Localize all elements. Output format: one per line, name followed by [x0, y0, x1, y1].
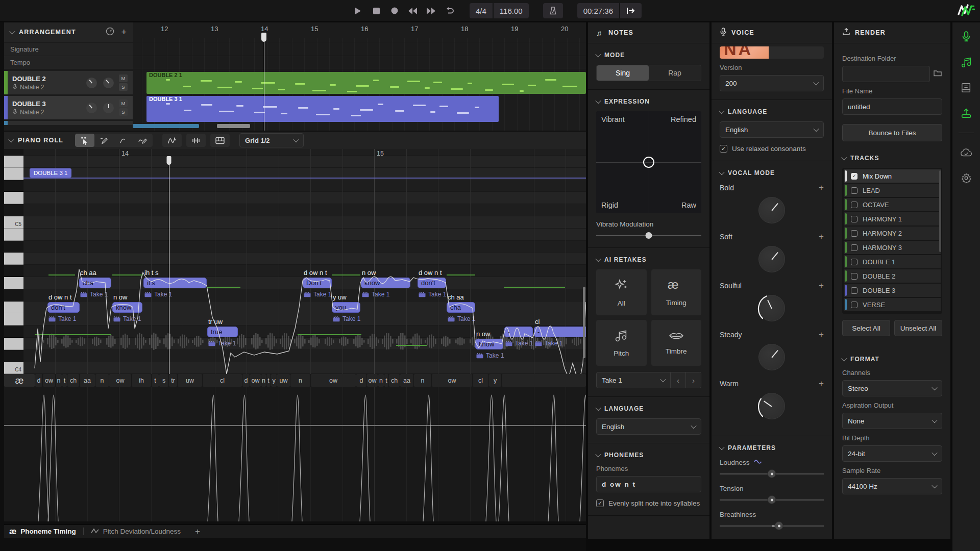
render-track-verse[interactable]: VERSE — [844, 298, 941, 311]
grid-size-dropdown[interactable]: Grid 1/2 — [239, 133, 304, 147]
bounce-to-files-button[interactable]: Bounce to Files — [842, 124, 942, 141]
note-take-badge[interactable]: Take 1 — [419, 291, 446, 298]
clip-double-3-1[interactable]: DOUBLE 3 1 — [146, 96, 499, 122]
phoneme-segment[interactable]: ow — [250, 374, 261, 387]
track-solo-button[interactable]: S — [119, 83, 128, 91]
render-track-checkbox[interactable] — [851, 216, 857, 222]
music-library-icon[interactable] — [960, 56, 972, 68]
phoneme-segment[interactable]: aa — [80, 374, 95, 387]
loudness-view-button[interactable] — [186, 134, 206, 147]
piano-key[interactable] — [4, 156, 23, 168]
export-icon[interactable] — [960, 107, 972, 119]
phoneme-segment[interactable]: cl — [473, 374, 488, 387]
phoneme-segment[interactable]: ow — [43, 374, 55, 387]
fast-forward-button[interactable] — [426, 5, 437, 16]
parameter-slider-tension[interactable] — [720, 496, 824, 504]
render-track-checkbox[interactable] — [851, 273, 857, 280]
collapse-parameters-icon[interactable] — [719, 444, 724, 450]
play-button[interactable] — [352, 5, 363, 16]
take-dropdown[interactable]: Take 1 — [596, 372, 671, 388]
pitch-curve-view-button[interactable] — [162, 134, 182, 147]
piano-key[interactable] — [4, 192, 23, 204]
phoneme-timing-editor[interactable] — [4, 387, 586, 521]
render-track-harmony-2[interactable]: HARMONY 2 — [844, 227, 941, 240]
mode-option-sing[interactable]: Sing — [597, 65, 649, 81]
track-pan-knob[interactable] — [103, 78, 114, 88]
render-track-double-2[interactable]: DOUBLE 2 — [844, 269, 941, 283]
note-dash[interactable]: - — [504, 327, 533, 337]
cloud-sync-icon[interactable] — [960, 146, 972, 159]
time-display[interactable]: 00:27:36 — [577, 3, 619, 18]
vocal-mode-knob-bold[interactable] — [758, 197, 785, 223]
arrangement-row-signature[interactable]: Signature — [4, 43, 133, 56]
tab-pitch-deviation-loudness[interactable]: Pitch Deviation/Loudness — [91, 528, 181, 535]
automation-wave-icon[interactable] — [754, 459, 762, 466]
arrangement-track-partial[interactable] — [4, 121, 133, 125]
vibrato-slider[interactable] — [596, 232, 701, 239]
note-its[interactable]: it's — [143, 278, 207, 288]
phoneme-segment[interactable]: n — [56, 374, 62, 387]
render-track-double-3[interactable]: DOUBLE 3 — [844, 284, 941, 297]
render-track-harmony-3[interactable]: HARMONY 3 — [844, 241, 941, 254]
vocal-mode-knob-soft[interactable] — [758, 246, 785, 272]
phoneme-segment[interactable]: ih — [132, 374, 151, 387]
curve-tool-button[interactable] — [114, 134, 133, 147]
phoneme-segment[interactable]: t — [152, 374, 159, 387]
render-track-mix-down[interactable]: ✓ Mix Down — [844, 169, 941, 183]
render-track-checkbox[interactable] — [851, 287, 857, 294]
phoneme-segment[interactable]: ch — [389, 374, 400, 387]
retake-tile-all[interactable]: All — [596, 269, 647, 315]
stop-button[interactable] — [371, 5, 382, 16]
phoneme-segment[interactable]: n — [290, 374, 310, 387]
piano-key[interactable]: C4 — [4, 362, 23, 374]
notes-language-dropdown[interactable]: English — [596, 418, 701, 435]
format-field-dropdown[interactable]: Stereo — [842, 380, 942, 396]
piano-key[interactable] — [4, 277, 23, 289]
voice-banner[interactable]: NA — [720, 46, 824, 59]
dictionary-icon[interactable] — [960, 82, 972, 94]
select-all-button[interactable]: Select All — [842, 320, 890, 336]
note-cha[interactable]: cha — [79, 278, 111, 288]
piano-playhead[interactable] — [169, 160, 169, 374]
phoneme-segment[interactable]: ch — [67, 374, 79, 387]
retake-tile-timing[interactable]: æ Timing — [651, 269, 702, 315]
track-mute-button[interactable]: M — [119, 99, 128, 107]
draw-tool-button[interactable] — [94, 134, 114, 147]
collapse-arrangement-icon[interactable] — [9, 29, 15, 34]
track-mute-button[interactable]: M — [119, 74, 128, 82]
piano-playhead-handle[interactable] — [167, 156, 172, 165]
render-track-double-1[interactable]: DOUBLE 1 — [844, 255, 941, 268]
settings-gear-icon[interactable] — [960, 172, 972, 184]
collapse-expression-icon[interactable] — [595, 98, 601, 104]
note-cha[interactable]: cha — [447, 302, 475, 313]
phoneme-segment[interactable]: d — [242, 374, 250, 387]
render-track-checkbox[interactable] — [851, 187, 857, 194]
render-track-checkbox[interactable]: ✓ — [851, 173, 857, 180]
phoneme-segment[interactable]: uw — [178, 374, 202, 387]
render-track-checkbox[interactable] — [851, 202, 857, 208]
clip-partial[interactable] — [217, 124, 250, 128]
retake-tile-timbre[interactable]: Timbre — [651, 320, 702, 366]
render-track-checkbox[interactable] — [851, 302, 857, 308]
format-field-dropdown[interactable]: None — [842, 413, 942, 429]
phonemes-input[interactable]: d ow n t — [596, 476, 701, 492]
metronome-toggle[interactable] — [543, 3, 563, 18]
collapse-vocal-mode-icon[interactable] — [719, 169, 724, 175]
piano-key[interactable] — [4, 302, 23, 314]
note-dont[interactable]: don't — [418, 278, 446, 288]
note-know[interactable]: know — [475, 339, 503, 349]
piano-roll-canvas[interactable]: 1415DOUBLE 3 1d ow n tdon'tTake 1ch aach… — [4, 149, 586, 374]
collapse-mode-icon[interactable] — [595, 52, 601, 57]
phoneme-segment[interactable]: n — [261, 374, 266, 387]
add-vocal-mode-icon[interactable]: + — [819, 281, 824, 291]
vocal-mode-knob-steady[interactable] — [758, 344, 785, 370]
note-Dont[interactable]: Don't — [303, 278, 332, 288]
collapse-language-icon[interactable] — [595, 405, 601, 411]
arrangement-playhead[interactable] — [264, 38, 264, 131]
add-vocal-mode-icon[interactable]: + — [819, 330, 824, 340]
parameter-slider-loudness[interactable] — [720, 470, 824, 478]
parameter-slider-breathiness[interactable] — [720, 522, 824, 530]
relaxed-consonants-row[interactable]: ✓ Use relaxed consonants — [720, 145, 824, 153]
phoneme-segment[interactable]: tr — [169, 374, 177, 387]
format-field-dropdown[interactable]: 44100 Hz — [842, 478, 942, 494]
